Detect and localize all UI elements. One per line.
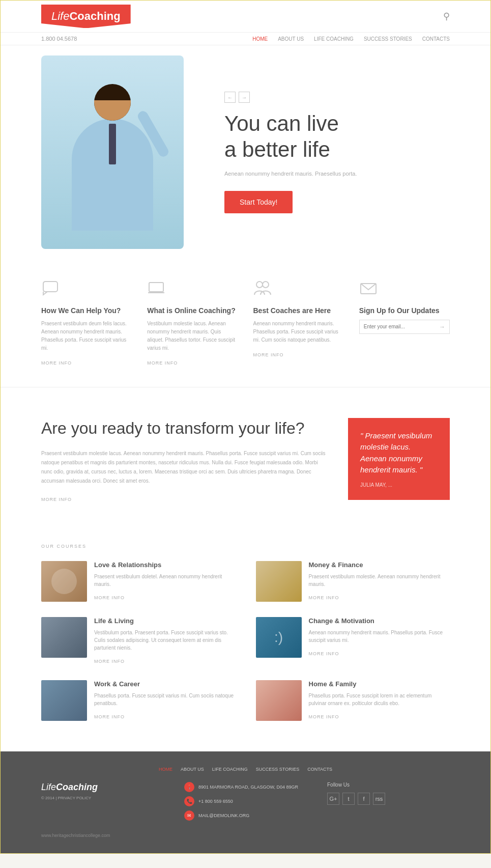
hero-section: ← → You can livea better life Aenean non…: [1, 45, 490, 259]
footer: HOME ABOUT US LIFE COACHING SUCCESS STOR…: [1, 751, 490, 853]
transform-left: Are you ready to transform your life? Pr…: [41, 418, 328, 503]
course-home-content: Home & Family Phasellus porta. Fusce sus…: [309, 680, 450, 720]
feature-coaches-title: Best Coaches are Here: [253, 306, 344, 315]
feature-coaching-link[interactable]: MORE INFO: [147, 360, 178, 366]
course-life-image: [41, 617, 87, 658]
feature-coaches: Best Coaches are Here Aenean nonummy hen…: [253, 279, 344, 366]
footer-logo-sub: © 2014 | PRIVACY POLICY: [41, 796, 164, 800]
course-money-link[interactable]: MORE INFO: [309, 595, 339, 600]
start-today-button[interactable]: Start Today!: [224, 191, 293, 213]
courses-grid: Love & Relationships Praesent vestibulum…: [41, 561, 450, 721]
course-home-title: Home & Family: [309, 680, 450, 689]
email-input[interactable]: [360, 321, 435, 332]
courses-label: OUR COURSES: [41, 544, 450, 549]
quote-text: " Praesent vesibulum molestie lacus. Aen…: [360, 430, 438, 476]
course-love-content: Love & Relationships Praesent vestibulum…: [94, 561, 236, 601]
footer-address: 8901 MARMORA ROAD, GLASGOW, D04 89GR: [198, 785, 298, 790]
transform-right: " Praesent vesibulum molestie lacus. Aen…: [348, 418, 450, 500]
course-love-text: Praesent vestibulum doletel. Aenean nonu…: [94, 573, 236, 588]
feature-help-text: Praesent vestibulum deum felis lacus. Ae…: [41, 320, 132, 352]
footer-nav-stories[interactable]: SUCCESS STORIES: [256, 767, 299, 772]
quote-box: " Praesent vesibulum molestie lacus. Aen…: [348, 418, 450, 500]
svg-rect-0: [43, 282, 57, 292]
course-change-text: Aenean nonummy hendrerit mauris. Phasell…: [309, 629, 450, 644]
features-section: How We Can Help You? Praesent vestibulum…: [1, 259, 490, 387]
course-life-link[interactable]: MORE INFO: [94, 659, 125, 664]
address-icon: 📍: [184, 782, 194, 792]
nav-coaching[interactable]: LIFE COACHING: [314, 36, 354, 42]
footer-nav-about[interactable]: ABOUT US: [181, 767, 204, 772]
header: LifeCoaching ⚲: [1, 1, 490, 33]
footer-nav-coaching[interactable]: LIFE COACHING: [212, 767, 248, 772]
transform-more-link[interactable]: MORE INFO: [41, 497, 72, 502]
course-life-text: Vestibulum porta. Praesent porta. Fusce …: [94, 629, 236, 652]
course-money-text: Praesent vestibulum molestie. Aenean non…: [309, 573, 450, 588]
follow-us-label: Follow Us: [327, 782, 450, 788]
transform-section: Are you ready to transform your life? Pr…: [1, 387, 490, 534]
course-love-image: [41, 561, 87, 602]
transform-text: Praesent vestibulum molestie lacus. Aene…: [41, 449, 328, 486]
courses-section: OUR COURSES Love & Relationships Praesen…: [1, 534, 490, 751]
email-icon: ✉: [184, 810, 194, 821]
course-home-link[interactable]: MORE INFO: [309, 714, 339, 719]
svg-point-2: [256, 282, 263, 288]
course-work-image: [41, 680, 87, 721]
prev-arrow[interactable]: ←: [224, 92, 236, 103]
nav-about[interactable]: ABOUT US: [278, 36, 304, 42]
hero-subtitle: Aenean nonummy hendrerit mauris. Praesel…: [224, 170, 450, 179]
course-love-link[interactable]: MORE INFO: [94, 595, 125, 600]
course-change: :) Change & Motivation Aenean nonummy he…: [256, 617, 450, 665]
course-money-image: [256, 561, 302, 602]
hero-title: You can livea better life: [224, 111, 450, 162]
course-work-content: Work & Career Phasellus porta. Fusce sus…: [94, 680, 236, 720]
nav-bar: 1.800 04.5678 HOME ABOUT US LIFE COACHIN…: [1, 33, 490, 45]
course-change-content: Change & Motivation Aenean nonummy hendr…: [309, 617, 450, 657]
twitter-icon[interactable]: t: [342, 793, 355, 805]
feature-coaching: What is Online Coaching? Vestibulum mole…: [147, 279, 238, 366]
hero-content: ← → You can livea better life Aenean non…: [204, 92, 450, 213]
rss-icon[interactable]: rss: [373, 793, 385, 805]
transform-title: Are you ready to transform your life?: [41, 418, 328, 439]
course-money: Money & Finance Praesent vestibulum mole…: [256, 561, 450, 602]
feature-coaches-link[interactable]: MORE INFO: [253, 352, 284, 357]
svg-rect-1: [149, 283, 163, 292]
nav-contacts[interactable]: CONTACTS: [422, 36, 450, 42]
quote-author: JULIA MAY, ...: [360, 482, 438, 488]
feature-help-link[interactable]: MORE INFO: [41, 360, 72, 366]
social-icons-row: G+ t f rss: [327, 793, 450, 805]
footer-nav-home[interactable]: HOME: [159, 767, 172, 772]
phone-icon: 📞: [184, 796, 194, 806]
nav-home[interactable]: HOME: [252, 36, 268, 42]
next-arrow[interactable]: →: [239, 92, 250, 103]
footer-contact: 📍 8901 MARMORA ROAD, GLASGOW, D04 89GR 📞…: [184, 782, 307, 825]
hero-image: [41, 55, 204, 249]
footer-email-item: ✉ MAIL@DEMOLINK.ORG: [184, 810, 307, 821]
course-life-content: Life & Living Vestibulum porta. Praesent…: [94, 617, 236, 665]
footer-logo: LifeCoaching © 2014 | PRIVACY POLICY: [41, 782, 164, 800]
google-plus-icon[interactable]: G+: [327, 793, 339, 805]
course-change-link[interactable]: MORE INFO: [309, 651, 339, 656]
course-home-text: Phasellus porta. Fusce suscipit lorem in…: [309, 692, 450, 707]
footer-email: MAIL@DEMOLINK.ORG: [198, 813, 249, 818]
email-submit-arrow[interactable]: →: [435, 320, 449, 333]
logo[interactable]: LifeCoaching: [41, 5, 131, 28]
course-work: Work & Career Phasellus porta. Fusce sus…: [41, 680, 236, 721]
footer-url: www.heritagechristiancollege.com: [41, 833, 110, 838]
course-change-title: Change & Motivation: [309, 617, 450, 626]
footer-phone-item: 📞 +1 800 559 6550: [184, 796, 307, 806]
nav-stories[interactable]: SUCCESS STORIES: [364, 36, 412, 42]
course-love-title: Love & Relationships: [94, 561, 236, 570]
course-work-link[interactable]: MORE INFO: [94, 714, 125, 719]
footer-main: LifeCoaching © 2014 | PRIVACY POLICY 📍 8…: [41, 782, 450, 825]
course-home-image: [256, 680, 302, 721]
search-icon[interactable]: ⚲: [443, 11, 450, 22]
feature-coaching-text: Vestibulum molestie lacus. Aenean nonumm…: [147, 320, 238, 352]
laptop-icon: [147, 279, 167, 300]
course-work-text: Phasellus porta. Fusce suscipit varius m…: [94, 692, 236, 707]
footer-social: Follow Us G+ t f rss: [327, 782, 450, 805]
footer-nav-contacts[interactable]: CONTACTS: [307, 767, 332, 772]
nav-links: HOME ABOUT US LIFE COACHING SUCCESS STOR…: [252, 36, 450, 42]
footer-address-item: 📍 8901 MARMORA ROAD, GLASGOW, D04 89GR: [184, 782, 307, 792]
chat-icon: [41, 279, 62, 300]
facebook-icon[interactable]: f: [358, 793, 370, 805]
